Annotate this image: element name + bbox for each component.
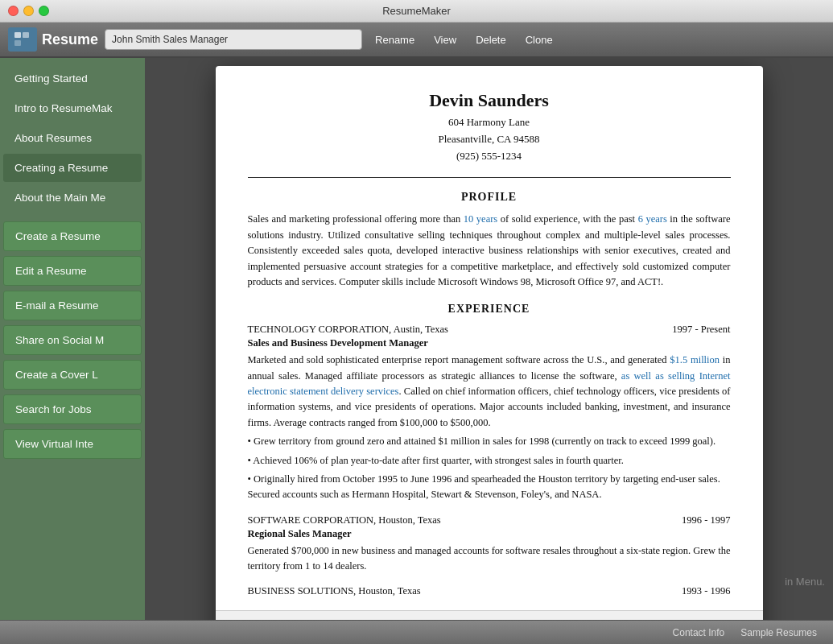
logo-text: Resume: [42, 31, 98, 48]
sidebar-item-getting-started[interactable]: Getting Started: [3, 64, 142, 93]
experience-section-title: EXPERIENCE: [248, 303, 731, 316]
job1-company: TECHNOLOGY CORPORATION, Austin, Texas: [248, 324, 448, 336]
job2-description: Generated $700,000 in new business and m…: [248, 543, 731, 575]
job1-header: TECHNOLOGY CORPORATION, Austin, Texas 19…: [248, 324, 731, 336]
sidebar-item-search-jobs[interactable]: Search for Jobs: [3, 394, 142, 424]
sidebar-item-about-resumes[interactable]: About Resumes: [3, 124, 142, 152]
modal-overlay: Devin Saunders 604 Harmony Lane Pleasant…: [145, 58, 833, 620]
content-area: Getting Started Intro to ResumeMak About…: [0, 58, 833, 620]
job3-company: BUSINESS SOLUTIONS, Houston, Texas: [248, 585, 421, 597]
toolbar-rename-btn[interactable]: Rename: [369, 31, 421, 49]
job1-bullet1: • Grew territory from ground zero and at…: [248, 434, 731, 449]
resume-address-line2: Pleasantville, CA 94588: [248, 131, 731, 148]
resume-phone: (925) 555-1234: [248, 148, 731, 165]
sidebar-item-create-cover[interactable]: Create a Cover L: [3, 360, 142, 390]
sidebar-item-email-resume[interactable]: E-mail a Resume: [3, 291, 142, 320]
logo-icon: [8, 27, 37, 52]
sidebar-item-create-resume[interactable]: Create a Resume: [3, 221, 142, 251]
toolbar-delete-btn[interactable]: Delete: [469, 31, 513, 49]
toolbar-view-btn[interactable]: View: [427, 31, 463, 49]
svg-rect-1: [23, 32, 29, 38]
job1-dates: 1997 - Present: [672, 324, 730, 336]
job1-title: Sales and Business Development Manager: [248, 337, 731, 349]
resume-header: Devin Saunders 604 Harmony Lane Pleasant…: [248, 90, 731, 164]
resume-modal: Devin Saunders 604 Harmony Lane Pleasant…: [216, 66, 763, 620]
job1-bullet2: • Achieved 106% of plan year-to-date aft…: [248, 453, 731, 469]
bottom-bar: Contact Info Sample Resumes: [0, 620, 833, 644]
sidebar-item-intro[interactable]: Intro to ResumeMak: [3, 94, 142, 122]
app-container: Resume Rename View Delete Clone Getting …: [0, 23, 833, 644]
sidebar-item-about-main-mel[interactable]: About the Main Me: [3, 184, 142, 212]
sidebar-item-edit-resume[interactable]: Edit a Resume: [3, 256, 142, 286]
main-content: in Menu. Devin Saunders 604 Harmony Lane…: [145, 58, 833, 620]
profile-section-title: PROFILE: [248, 191, 731, 204]
job2-dates: 1996 - 1997: [682, 514, 730, 526]
sidebar-item-share-social[interactable]: Share on Social M: [3, 325, 142, 355]
svg-rect-2: [14, 40, 21, 46]
logo: Resume: [8, 27, 98, 52]
modal-footer: Close: [216, 610, 763, 620]
resume-divider: [248, 177, 731, 178]
title-bar: ResumeMaker: [0, 0, 833, 23]
job3-header: BUSINESS SOLUTIONS, Houston, Texas 1993 …: [248, 585, 731, 597]
toolbar-clone-btn[interactable]: Clone: [519, 31, 559, 49]
modal-body[interactable]: Devin Saunders 604 Harmony Lane Pleasant…: [216, 66, 763, 610]
sidebar: Getting Started Intro to ResumeMak About…: [0, 58, 145, 620]
resume-address-line1: 604 Harmony Lane: [248, 114, 731, 131]
job2-header: SOFTWARE CORPORATION, Houston, Texas 199…: [248, 514, 731, 526]
profile-text: Sales and marketing professional offerin…: [248, 212, 731, 290]
contact-info-link[interactable]: Contact Info: [673, 627, 725, 638]
maximize-traffic-light[interactable]: [39, 6, 49, 16]
traffic-lights: [8, 6, 49, 16]
job1-bullet3: • Originally hired from October 1995 to …: [248, 472, 731, 503]
resume-name: Devin Saunders: [248, 90, 731, 111]
search-input[interactable]: [105, 29, 362, 50]
job2-title: Regional Sales Manager: [248, 528, 731, 540]
job2-company: SOFTWARE CORPORATION, Houston, Texas: [248, 514, 441, 526]
minimize-traffic-light[interactable]: [23, 6, 34, 16]
svg-rect-0: [14, 32, 21, 38]
sidebar-item-creating-resume[interactable]: Creating a Resume: [3, 154, 142, 182]
job3-dates: 1993 - 1996: [682, 585, 730, 597]
close-traffic-light[interactable]: [8, 6, 19, 16]
sample-resumes-link[interactable]: Sample Resumes: [740, 627, 817, 638]
toolbar: Resume Rename View Delete Clone: [0, 23, 833, 58]
job1-description: Marketed and sold sophisticated enterpri…: [248, 353, 731, 431]
sidebar-item-view-virtual[interactable]: View Virtual Inte: [3, 429, 142, 459]
app-title: ResumeMaker: [382, 5, 451, 17]
